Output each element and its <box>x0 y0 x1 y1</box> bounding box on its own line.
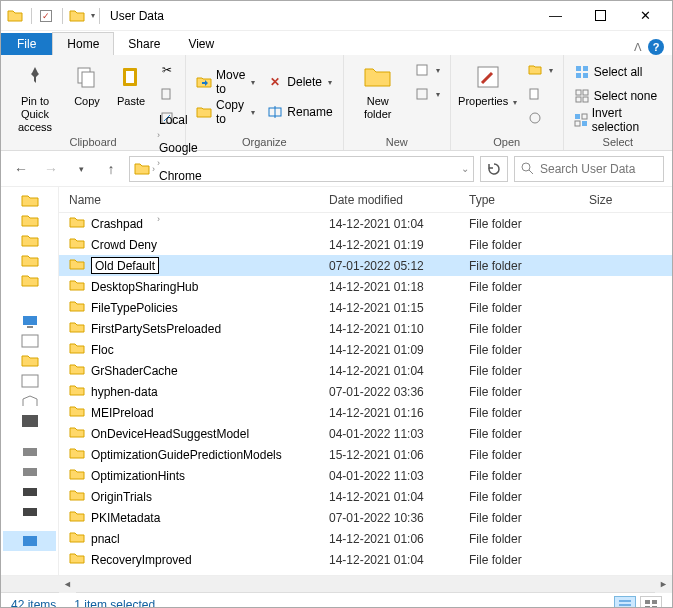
table-row[interactable]: GrShaderCache14-12-2021 01:04File folder <box>59 360 672 381</box>
folder-icon <box>69 530 85 547</box>
new-item-button[interactable]: ▾ <box>410 59 444 81</box>
invert-selection-button[interactable]: Invert selection <box>570 109 666 131</box>
back-button[interactable]: ← <box>9 157 33 181</box>
edit-button[interactable] <box>523 83 557 105</box>
properties-button[interactable]: Properties ▾ <box>457 57 519 108</box>
item-name: DesktopSharingHub <box>91 280 198 294</box>
properties-icon <box>472 61 504 93</box>
paste-button[interactable]: Paste <box>111 57 151 108</box>
help-icon[interactable]: ? <box>648 39 664 55</box>
edit-icon <box>527 86 543 102</box>
svg-rect-33 <box>23 448 37 456</box>
delete-button[interactable]: ✕Delete▾ <box>263 71 336 93</box>
item-name: hyphen-data <box>91 385 158 399</box>
tab-share[interactable]: Share <box>114 33 174 55</box>
table-row[interactable]: FileTypePolicies14-12-2021 01:15File fol… <box>59 297 672 318</box>
rename-input[interactable]: Old Default <box>91 257 159 274</box>
tab-home[interactable]: Home <box>52 32 114 55</box>
new-folder-button[interactable]: New folder <box>350 57 406 121</box>
refresh-button[interactable] <box>480 156 508 182</box>
forward-button[interactable]: → <box>39 157 63 181</box>
folder-icon <box>69 446 85 463</box>
easy-access-button[interactable]: ▾ <box>410 83 444 105</box>
table-row[interactable]: hyphen-data07-01-2022 03:36File folder <box>59 381 672 402</box>
svg-rect-28 <box>23 316 37 325</box>
column-type[interactable]: Type <box>459 193 579 207</box>
select-all-button[interactable]: Select all <box>570 61 666 83</box>
table-row[interactable]: Crowd Deny14-12-2021 01:19File folder <box>59 234 672 255</box>
table-row[interactable]: OnDeviceHeadSuggestModel04-01-2022 11:03… <box>59 423 672 444</box>
table-row[interactable]: OriginTrials14-12-2021 01:04File folder <box>59 486 672 507</box>
item-name: Crowd Deny <box>91 238 157 252</box>
table-row[interactable]: OptimizationGuidePredictionModels15-12-2… <box>59 444 672 465</box>
item-name: OptimizationHints <box>91 469 185 483</box>
svg-rect-25 <box>582 121 587 126</box>
new-item-icon <box>414 62 430 78</box>
folder-icon <box>69 509 85 526</box>
item-name: OnDeviceHeadSuggestModel <box>91 427 249 441</box>
select-none-button[interactable]: Select none <box>570 85 666 107</box>
table-row[interactable]: DesktopSharingHub14-12-2021 01:18File fo… <box>59 276 672 297</box>
up-button[interactable]: ↑ <box>99 157 123 181</box>
column-date[interactable]: Date modified <box>319 193 459 207</box>
minimize-button[interactable]: — <box>533 2 578 30</box>
table-row[interactable]: RecoveryImproved14-12-2021 01:04File fol… <box>59 549 672 570</box>
pin-button[interactable]: Pin to Quick access <box>7 57 63 135</box>
tab-file[interactable]: File <box>1 33 52 55</box>
address-dropdown-icon[interactable]: ⌄ <box>461 163 469 174</box>
item-name: RecoveryImproved <box>91 553 192 567</box>
collapse-ribbon-icon[interactable]: ᐱ <box>634 41 642 54</box>
svg-rect-35 <box>23 488 37 496</box>
folder-icon <box>69 236 85 253</box>
table-row[interactable]: Crashpad14-12-2021 01:04File folder <box>59 213 672 234</box>
close-button[interactable]: ✕ <box>623 2 668 30</box>
tab-view[interactable]: View <box>174 33 228 55</box>
file-list[interactable]: Name Date modified Type Size Crashpad14-… <box>59 187 672 575</box>
copy-path-button[interactable] <box>155 83 179 105</box>
qat-dropdown-icon[interactable]: ▾ <box>91 11 95 20</box>
column-size[interactable]: Size <box>579 193 639 207</box>
svg-rect-37 <box>23 536 37 546</box>
table-row[interactable]: FirstPartySetsPreloaded14-12-2021 01:10F… <box>59 318 672 339</box>
cut-button[interactable]: ✂ <box>155 59 179 81</box>
table-row[interactable]: Floc14-12-2021 01:09File folder <box>59 339 672 360</box>
table-row[interactable]: Old Default07-01-2022 05:12File folder <box>59 255 672 276</box>
table-row[interactable]: OptimizationHints04-01-2022 11:03File fo… <box>59 465 672 486</box>
recent-dropdown[interactable]: ▾ <box>69 157 93 181</box>
history-button[interactable] <box>523 107 557 129</box>
title-bar: ✓ ▾ User Data — ✕ <box>1 1 672 31</box>
breadcrumb-segment[interactable]: Chrome <box>157 169 215 183</box>
maximize-button[interactable] <box>578 2 623 30</box>
svg-rect-19 <box>583 90 588 95</box>
rename-icon <box>267 104 283 120</box>
table-row[interactable]: MEIPreload14-12-2021 01:16File folder <box>59 402 672 423</box>
folder-icon <box>69 551 85 568</box>
search-input[interactable]: Search User Data <box>514 156 664 182</box>
svg-rect-23 <box>582 114 587 119</box>
icons-view-button[interactable] <box>640 596 662 609</box>
open-button[interactable]: ▾ <box>523 59 557 81</box>
details-view-button[interactable] <box>614 596 636 609</box>
item-name: Crashpad <box>91 217 143 231</box>
copy-button[interactable]: Copy <box>67 57 107 108</box>
folder-icon <box>69 488 85 505</box>
rename-button[interactable]: Rename <box>263 101 336 123</box>
address-bar[interactable]: › Local›Google›Chrome›User Data› ⌄ <box>129 156 474 182</box>
checkbox-icon[interactable]: ✓ <box>36 6 56 26</box>
invert-icon <box>574 112 588 128</box>
new-folder-icon <box>362 61 394 93</box>
table-row[interactable]: PKIMetadata07-01-2022 10:36File folder <box>59 507 672 528</box>
svg-rect-9 <box>417 65 427 75</box>
table-row[interactable]: pnacl14-12-2021 01:06File folder <box>59 528 672 549</box>
breadcrumb-segment[interactable]: Google <box>157 141 215 155</box>
svg-rect-15 <box>583 66 588 71</box>
delete-icon: ✕ <box>267 74 283 90</box>
tree-pane[interactable] <box>1 187 59 575</box>
svg-rect-14 <box>576 66 581 71</box>
folder-icon <box>67 6 87 26</box>
move-to-button[interactable]: Move to▾ <box>192 71 259 93</box>
breadcrumb-segment[interactable]: Local <box>157 113 215 127</box>
horizontal-scrollbar[interactable]: ◄► <box>1 575 672 592</box>
column-name[interactable]: Name <box>59 193 319 207</box>
select-none-icon <box>574 88 590 104</box>
